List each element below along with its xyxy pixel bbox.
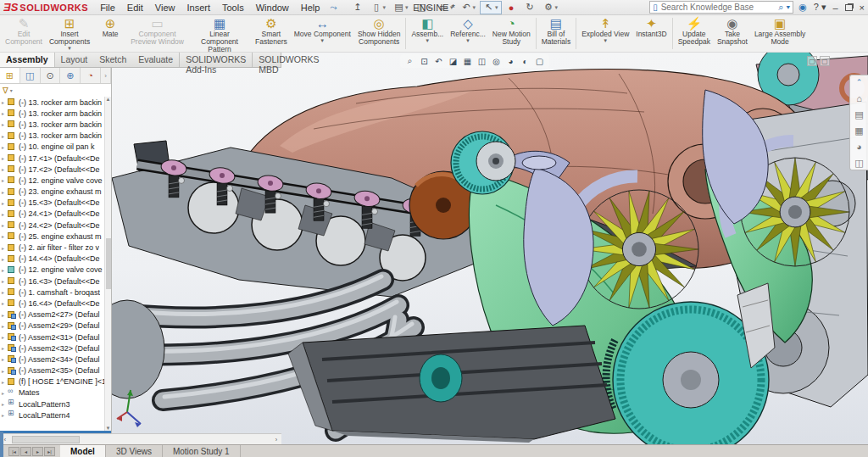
help-button[interactable]: ? ▾ (814, 2, 826, 13)
bottom-tab-model[interactable]: Model (60, 445, 106, 457)
expand-arrow-icon[interactable]: ▸ (2, 300, 8, 306)
expand-arrow-icon[interactable]: ▸ (2, 144, 8, 150)
tree-item[interactable]: ▸⊞LocalLPattern4 (0, 410, 104, 421)
collapse-taskpane-icon[interactable]: ⌃ (856, 77, 863, 87)
tree-item[interactable]: ▸(-) 10. engine oil pan k (0, 142, 104, 153)
menu-item-edit[interactable]: Edit (122, 2, 148, 14)
expand-arrow-icon[interactable]: ▸ (2, 256, 8, 262)
scroll-up-icon[interactable]: ▲ (106, 97, 111, 102)
file-properties-icon[interactable]: ↻ (521, 1, 539, 14)
dropdown-caret-icon[interactable]: ▼ (67, 46, 72, 51)
tree-item[interactable]: ▸(-) 24.<2> (Default<<De (0, 220, 104, 231)
view-orientation-icon[interactable]: ▦ (462, 56, 473, 67)
menu-item-help[interactable]: Help (296, 2, 326, 14)
mate-button[interactable]: ⊕Mate (93, 16, 127, 51)
insert-components-button[interactable]: ⊞Insert Components▼ (46, 16, 93, 51)
hscroll-thumb[interactable] (12, 436, 80, 443)
bill-of-materials-button[interactable]: ▤Bill of Materials (538, 16, 574, 51)
update-speedpak-button[interactable]: ⚡Update Speedpak (675, 16, 714, 51)
tree-item[interactable]: ▸∞Mates (0, 387, 104, 398)
menu-item-tools[interactable]: Tools (217, 2, 249, 14)
expand-arrow-icon[interactable]: ▸ (2, 334, 8, 340)
expand-arrow-icon[interactable]: ▸ (2, 267, 8, 273)
expand-arrow-icon[interactable]: ▸ (2, 379, 8, 385)
hscroll-right-icon[interactable]: › (271, 437, 281, 443)
bottom-tab-3d-views[interactable]: 3D Views (106, 445, 163, 457)
expand-arrow-icon[interactable]: ▸ (2, 121, 8, 127)
tree-item[interactable]: ▸(-) Assem2<32> (Defaul (0, 343, 104, 354)
expand-arrow-icon[interactable]: ▸ (2, 189, 8, 195)
dropdown-caret-icon[interactable]: ▼ (425, 38, 430, 43)
tab-scroll-button-2[interactable]: ▸ (32, 447, 43, 456)
tree-item[interactable]: ▸(-) 12. engine valve cove (0, 175, 104, 186)
select-icon[interactable]: ↖▾ (480, 1, 502, 14)
menu-item-insert[interactable]: Insert (181, 2, 215, 14)
tree-item[interactable]: ▸(-) 17.<1> (Default<<De (0, 153, 104, 164)
dropdown-caret-icon[interactable]: ▼ (465, 38, 470, 43)
expand-arrow-icon[interactable]: ▸ (2, 200, 8, 206)
zoom-fit-icon[interactable]: ⌕ (404, 56, 415, 67)
tab-scroll-button-1[interactable]: ◂ (20, 447, 31, 456)
login-icon[interactable]: ◉ (798, 2, 807, 13)
new-motion-study-button[interactable]: ◔New Motion Study (489, 16, 534, 51)
bottom-tab-motion-study-1[interactable]: Motion Study 1 (163, 445, 241, 457)
expand-arrow-icon[interactable]: ▸ (2, 278, 8, 284)
featuremanager-tab[interactable]: ⊞ (0, 68, 20, 83)
tree-filter-row[interactable]: ∇ ▾ (0, 84, 111, 97)
expand-arrow-icon[interactable]: ▸ (2, 345, 8, 351)
tab-evaluate[interactable]: Evaluate (132, 53, 179, 67)
tree-item[interactable]: ▸(-) 17.<2> (Default<<De (0, 164, 104, 175)
tree-item[interactable]: ▸(-) 14.<4> (Default<<De (0, 254, 104, 265)
tree-item[interactable]: ▸(-) 12. engine valve cove (0, 265, 104, 276)
expand-arrow-icon[interactable]: ▸ (2, 166, 8, 172)
tree-item[interactable]: ▸(-) 16.<3> (Default<<De (0, 276, 104, 287)
tree-item[interactable]: ▸(-) Assem2<29> (Defaul (0, 320, 104, 332)
view-settings-icon[interactable]: ▢ (534, 56, 545, 67)
tree-item[interactable]: ▸(-) 13. rocker arm backin (0, 119, 104, 130)
tree-item[interactable]: ▸(-) 13. rocker arm backin (0, 108, 104, 119)
tab-layout[interactable]: Layout (55, 53, 94, 67)
search-input[interactable] (661, 3, 779, 12)
tree-item[interactable]: ▸(-) 25. engine exhaust m (0, 231, 104, 242)
restore-button[interactable] (845, 3, 853, 13)
print-icon[interactable]: ▭▾ (435, 1, 457, 14)
tree-item[interactable]: ▸(-) 23. engine exhaust m (0, 187, 104, 198)
appearances-scenes-icon[interactable]: ◕ (856, 142, 862, 152)
filter-caret-icon[interactable]: ▾ (10, 87, 13, 93)
close-button[interactable]: × (860, 3, 865, 13)
large-assembly-mode-button[interactable]: ▣Large Assembly Mode (751, 16, 809, 51)
graphics-area[interactable]: ⌕⊡↶◪▦◫◎◕◐▢ ▢ ▢ ⌃⌂▤▦◕◫ (0, 53, 868, 444)
filter-funnel-icon[interactable]: ∇ (3, 86, 8, 95)
tab-assembly[interactable]: Assembly (0, 53, 55, 67)
dimxpertmanager-tab[interactable]: ⊕ (60, 68, 81, 83)
section-view-icon[interactable]: ◪ (448, 56, 459, 67)
expand-arrow-icon[interactable]: ▸ (2, 222, 8, 228)
menu-item-file[interactable]: File (95, 2, 120, 14)
expand-arrow-icon[interactable]: ▸ (2, 323, 8, 329)
apply-scene-icon[interactable]: ◐ (520, 56, 531, 67)
expand-arrow-icon[interactable]: ▸ (2, 368, 8, 374)
tree-item[interactable]: ▸(-) Assem2<35> (Defaul (0, 365, 104, 376)
configurationmanager-tab[interactable]: ⊙ (41, 68, 61, 83)
assemb-button[interactable]: ◧Assemb...▼ (408, 16, 447, 51)
tab-sketch[interactable]: Sketch (93, 53, 132, 67)
zoom-area-icon[interactable]: ⊡ (419, 56, 430, 67)
tab-scroll-button-0[interactable]: |◂ (8, 447, 19, 456)
dropdown-caret-icon[interactable]: ▼ (320, 38, 325, 43)
move-component-button[interactable]: ↔Move Component▼ (291, 16, 354, 51)
expand-arrow-icon[interactable]: ▸ (2, 390, 8, 396)
rebuild-icon[interactable]: ● (503, 1, 520, 14)
expand-arrow-icon[interactable]: ▸ (2, 289, 8, 295)
search-box[interactable]: ▯ ⌕ ▾ (649, 1, 793, 14)
tab-scroll-button-3[interactable]: ▸| (44, 447, 55, 456)
tree-item[interactable]: ▸(-) 13. rocker arm backin (0, 97, 104, 108)
menu-item-view[interactable]: View (150, 2, 181, 14)
tree-item[interactable]: ▸(-) Assem2<27> (Defaul (0, 309, 104, 320)
linear-component-pattern-button[interactable]: ▦Linear Component Pattern▼ (187, 16, 252, 51)
menu-item-window[interactable]: Window (251, 2, 294, 14)
tab-solidworks-add-ins[interactable]: SOLIDWORKS Add-Ins (179, 53, 252, 67)
save-icon[interactable]: ◫▾ (412, 1, 434, 14)
expand-arrow-icon[interactable]: ▸ (2, 401, 8, 407)
tree-item[interactable]: ▸(-) Assem2<34> (Defaul (0, 354, 104, 365)
propertymanager-tab[interactable]: ◫ (20, 68, 41, 83)
